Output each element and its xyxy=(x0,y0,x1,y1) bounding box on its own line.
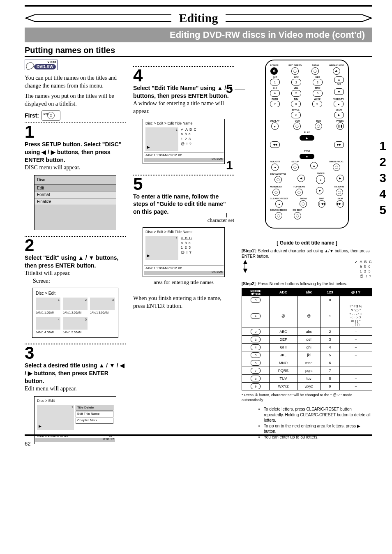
charset-row: 1 2 3 xyxy=(181,245,222,250)
table-row: 8TUVtuv8– xyxy=(242,375,372,383)
rew-button: ◀◀ xyxy=(270,141,280,148)
table-row: 00 xyxy=(242,296,372,304)
note-item: To go on to the next entering area for l… xyxy=(264,423,372,434)
guide-charset-row: a b c xyxy=(355,264,372,269)
remote-key: ▼ xyxy=(334,88,344,95)
etn-foot-2: JAN/ 1 1:00AM CH12 XP xyxy=(145,266,182,271)
remote-key: ▼ xyxy=(316,187,323,194)
guide-title: [ Guide to edit title name ] xyxy=(242,240,372,246)
etn-osd-2: Disc > Edit > Edit Title Name 1▶ A B Ca … xyxy=(143,227,225,277)
titlelist-cell: 2JAN/1 2:00AM xyxy=(63,298,88,314)
etn-title: Disc > Edit > Edit Title Name xyxy=(143,119,224,127)
col-123: 123 xyxy=(321,289,340,296)
titlelist-cell: 4JAN/1 4:00AM xyxy=(36,317,60,334)
first-row: First: DVD xyxy=(25,110,126,121)
table-corner: Select▶◀Press xyxy=(242,289,270,296)
disc-menu-osd: Disc EditFormatFinalize xyxy=(34,175,116,230)
guide-box: [ Guide to edit title name ] [Step1]: Se… xyxy=(242,240,372,403)
step-3-head: Select a desired title using ▲ / ▼ / ◀ /… xyxy=(25,362,126,385)
remote-key: DVD◯ xyxy=(315,120,322,130)
dvd-rw-badge: Video DVD-RW xyxy=(25,60,58,70)
titlelist-osd: Disc > Edit 1JAN/1 1:00AM2JAN/1 2:00AM3J… xyxy=(32,288,118,338)
remote-key: OPEN/CLOSE⏏ xyxy=(329,65,344,75)
step-4-body: A window for entering a title name will … xyxy=(133,100,234,115)
updown-icon: ▲│▼ xyxy=(242,260,249,273)
remote-key: SKIP❘◀◀ xyxy=(318,198,325,208)
side-marker: 4 xyxy=(379,186,386,202)
remote-key: SLOW▶ xyxy=(334,109,344,118)
remote-key: POWER⏻ xyxy=(270,65,279,75)
table-row: 3DEFdef3– xyxy=(242,336,372,344)
titlelist-title: Disc > Edit xyxy=(36,291,115,296)
top-divider xyxy=(25,5,372,7)
left-pointer xyxy=(25,13,171,23)
step-1-body: DISC menu will appear. xyxy=(25,164,126,172)
column-1: Video DVD-RW You can put title names on … xyxy=(25,60,126,444)
entry-area-underline xyxy=(145,260,222,264)
table-row: 6MNOmno6– xyxy=(242,359,372,367)
remote-key: ZOOM◯ xyxy=(300,198,307,208)
step-4-head: Select "Edit Title Name" using ▲ / ▼ but… xyxy=(133,84,234,100)
section-bar: Editing DVD-RW discs in Video mode (cont… xyxy=(25,28,372,42)
callout-5: 5 xyxy=(226,82,245,96)
charset-row: @ ! ? xyxy=(181,250,222,255)
edit-thumb: 1▶ xyxy=(37,405,74,430)
guide-s2-label: [Step2] xyxy=(242,282,256,286)
table-row: 5JKLjkl5– xyxy=(242,351,372,359)
edit-menu-title: Disc > Edit xyxy=(35,397,116,405)
play-icon: ▶ xyxy=(147,253,150,258)
charset-row: ✔ A B C xyxy=(181,127,222,132)
remote-key: REC/OTR● xyxy=(270,161,280,171)
remote-key: DEF3 xyxy=(313,76,323,86)
callout-1: 1 xyxy=(226,158,233,172)
remote-key: TOP MENU◯ xyxy=(293,186,305,196)
titlelist-cell: 3JAN/1 3:00AM xyxy=(90,298,115,314)
etn-thumb-n: 1 xyxy=(175,127,178,132)
badge-label: DVD-RW xyxy=(34,64,56,70)
side-step-markers: 12345 xyxy=(379,138,386,218)
remote-key: MENU/LIST◯ xyxy=(270,186,282,196)
charset-row: a b c xyxy=(181,132,222,137)
remote-key: GHI4 xyxy=(270,87,280,97)
dvd-disc-icon: DVD xyxy=(42,110,60,121)
step-5-number: 5 xyxy=(133,175,234,193)
guide-charset-row: @ ! ? xyxy=(355,274,372,279)
remote-key: REC SPEED◯ xyxy=(288,65,302,75)
remote-key: ▲CH xyxy=(334,76,344,86)
remote-key: DISPLAY● xyxy=(270,120,279,130)
etn-foot: JAN/ 1 1:00AM CH12 XP xyxy=(145,153,182,158)
charset-row: 1 2 3 xyxy=(181,137,222,142)
guide-s1-text: : Select a desired character set using ▲… xyxy=(242,249,370,259)
etn-time-2: 0:01:25 xyxy=(212,270,223,275)
ff-button: ▶▶ xyxy=(334,141,344,148)
step-5-head: To enter a title name, follow the steps … xyxy=(133,193,234,216)
page-number: 62 xyxy=(25,441,30,447)
play-icon: ▶ xyxy=(147,145,150,150)
edit-menu-option: Edit Title Name xyxy=(76,411,113,417)
step-3-number: 3 xyxy=(25,344,126,362)
guide-charsets: ✔ A B C a b c 1 2 3 @ ! ? xyxy=(355,260,372,279)
step-2-head: Select "Edit" using ▲ / ▼ buttons, then … xyxy=(25,254,126,270)
remote-key: VIDEO/TV● xyxy=(333,98,344,108)
play-icon: ▶ xyxy=(39,424,42,429)
intro-2: The names you put on the titles will be … xyxy=(25,92,126,108)
etn-title-2: Disc > Edit > Edit Title Name xyxy=(143,228,224,236)
title-row: Editing xyxy=(25,11,372,25)
titlelist-cell: 5JAN/1 5:00AM xyxy=(63,317,88,334)
etn-time: 0:01:25 xyxy=(212,157,223,162)
step-2-number: 2 xyxy=(25,237,126,254)
step-2-body: Titlelist will appear. xyxy=(25,270,126,277)
remote-key: TUV8 xyxy=(291,98,301,108)
remote-key: ▲ xyxy=(310,162,318,169)
table-row: 2ABCabc2– xyxy=(242,328,372,336)
guide-step1: [Step1]: Select a desired character set … xyxy=(242,248,372,259)
remote-key: MNO6 xyxy=(313,87,323,97)
table-row: 1@@1! " # $ %& ' ( ) *+ , - . / : ;< = >… xyxy=(242,304,372,328)
remote-key: PAUSE❚❚ xyxy=(336,120,344,130)
guide-step2: [Step2]: Press Number buttons following … xyxy=(242,281,372,286)
bottom-divider xyxy=(25,434,372,436)
side-marker: 5 xyxy=(379,202,386,218)
side-marker: 1 xyxy=(379,138,386,154)
step-5-tail: When you finish entering a title name, p… xyxy=(133,295,234,310)
remote-key: TIMER PROG.◯ xyxy=(329,161,344,171)
